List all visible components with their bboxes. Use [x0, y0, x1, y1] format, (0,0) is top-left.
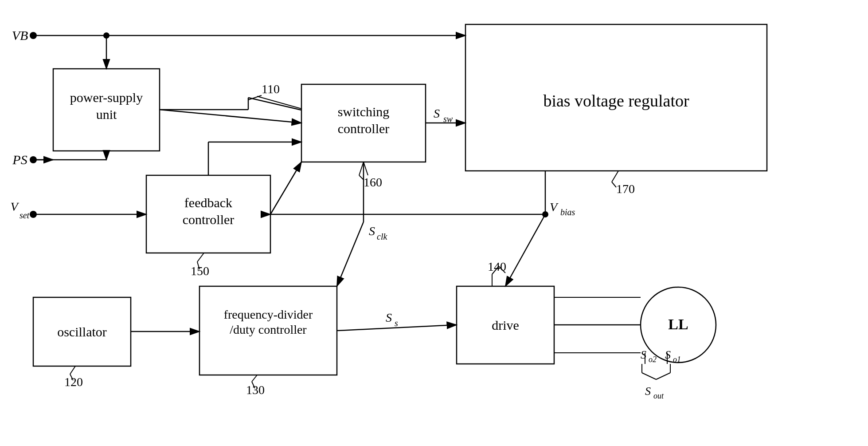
feedback-controller-label1: feedback — [184, 195, 232, 210]
vbias-sub: bias — [560, 207, 575, 217]
oscillator-label: oscillator — [57, 324, 107, 339]
ref-170: 170 — [616, 182, 635, 196]
so1-label: S — [665, 348, 671, 361]
ref-160: 160 — [364, 175, 382, 189]
ss-label: S — [386, 311, 392, 324]
bias-voltage-regulator-label: bias voltage regulator — [543, 91, 689, 110]
ssw-sub: sw — [443, 114, 453, 124]
sout-sub: out — [653, 391, 664, 400]
vb-label: VB — [12, 28, 28, 43]
vset-sub: set — [20, 210, 30, 220]
so1-sub: o1 — [673, 355, 681, 364]
power-supply-label2: unit — [96, 107, 117, 122]
vset-label: V — [10, 200, 19, 213]
sout-label: S — [645, 385, 651, 398]
ssw-label: S — [434, 107, 440, 120]
switching-controller-label1: switching — [338, 104, 390, 119]
ss-sub: s — [395, 318, 398, 328]
ref-110: 110 — [262, 82, 280, 96]
feedback-controller-label2: controller — [183, 212, 235, 227]
drive-label: drive — [492, 318, 519, 332]
ll-label: LL — [668, 316, 688, 332]
ps-label: PS — [12, 152, 27, 167]
ref-120: 120 — [64, 375, 83, 389]
freq-divider-label2: /duty controller — [230, 323, 307, 336]
circuit-diagram: power-supply unit switching controller f… — [0, 0, 868, 446]
freq-divider-label1: frequency-divider — [224, 308, 313, 321]
so2-label: S — [641, 348, 646, 361]
switching-controller-label2: controller — [338, 121, 390, 136]
ref-150: 150 — [191, 264, 209, 278]
power-supply-label: power-supply — [70, 90, 143, 105]
sclk-label: S — [369, 224, 375, 238]
vbias-label: V — [550, 200, 559, 214]
sclk-sub: clk — [377, 232, 387, 241]
ref-130: 130 — [246, 383, 265, 397]
so2-sub: o2 — [649, 355, 657, 364]
